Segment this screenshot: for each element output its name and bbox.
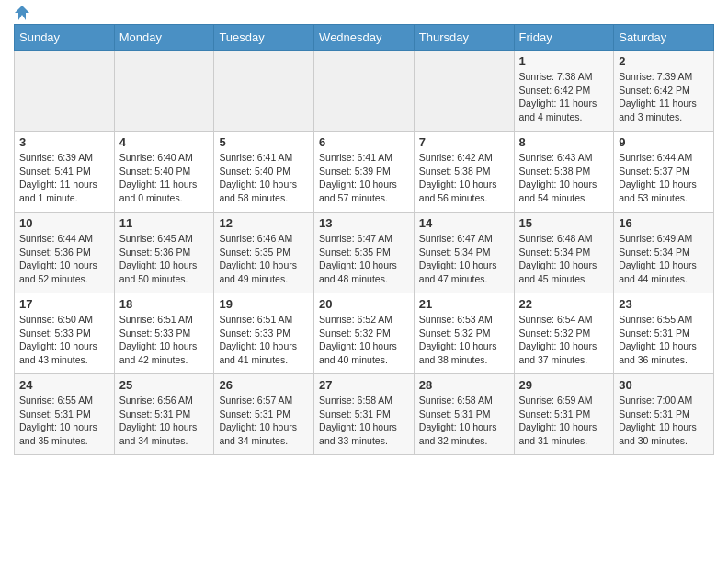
calendar-table: SundayMondayTuesdayWednesdayThursdayFrid…: [14, 24, 714, 455]
calendar-cell: 3Sunrise: 6:39 AM Sunset: 5:41 PM Daylig…: [15, 132, 115, 213]
logo-bird-icon: [15, 6, 29, 20]
day-number: 12: [219, 216, 309, 230]
day-info: Sunrise: 6:41 AM Sunset: 5:40 PM Dayligh…: [219, 151, 309, 205]
weekday-header-saturday: Saturday: [614, 25, 714, 51]
calendar-cell: 18Sunrise: 6:51 AM Sunset: 5:33 PM Dayli…: [114, 293, 214, 374]
week-row-5: 24Sunrise: 6:55 AM Sunset: 5:31 PM Dayli…: [15, 374, 714, 455]
day-info: Sunrise: 6:47 AM Sunset: 5:34 PM Dayligh…: [419, 232, 509, 286]
calendar-cell: 1Sunrise: 7:38 AM Sunset: 6:42 PM Daylig…: [514, 51, 614, 132]
calendar-cell: 29Sunrise: 6:59 AM Sunset: 5:31 PM Dayli…: [514, 374, 614, 455]
weekday-header-sunday: Sunday: [15, 25, 115, 51]
day-number: 16: [619, 216, 709, 230]
calendar-cell: 12Sunrise: 6:46 AM Sunset: 5:35 PM Dayli…: [214, 213, 314, 293]
week-row-1: 1Sunrise: 7:38 AM Sunset: 6:42 PM Daylig…: [15, 51, 714, 132]
weekday-header-friday: Friday: [514, 25, 614, 51]
day-number: 22: [519, 297, 609, 311]
calendar-cell: 20Sunrise: 6:52 AM Sunset: 5:32 PM Dayli…: [314, 293, 415, 374]
logo: [14, 13, 29, 18]
weekday-header-row: SundayMondayTuesdayWednesdayThursdayFrid…: [15, 25, 714, 51]
day-number: 1: [519, 54, 609, 68]
weekday-header-tuesday: Tuesday: [214, 25, 314, 51]
day-number: 19: [219, 297, 309, 311]
weekday-header-wednesday: Wednesday: [314, 25, 415, 51]
day-info: Sunrise: 6:46 AM Sunset: 5:35 PM Dayligh…: [219, 232, 309, 286]
day-info: Sunrise: 6:40 AM Sunset: 5:40 PM Dayligh…: [119, 151, 210, 205]
day-info: Sunrise: 6:59 AM Sunset: 5:31 PM Dayligh…: [519, 394, 609, 448]
calendar-cell: [114, 51, 214, 132]
day-number: 14: [419, 216, 509, 230]
calendar-cell: 25Sunrise: 6:56 AM Sunset: 5:31 PM Dayli…: [114, 374, 214, 455]
svg-marker-0: [15, 6, 29, 20]
day-number: 13: [319, 216, 409, 230]
day-number: 20: [319, 297, 409, 311]
day-info: Sunrise: 6:43 AM Sunset: 5:38 PM Dayligh…: [519, 151, 609, 205]
calendar-cell: 5Sunrise: 6:41 AM Sunset: 5:40 PM Daylig…: [214, 132, 314, 213]
day-info: Sunrise: 7:38 AM Sunset: 6:42 PM Dayligh…: [519, 70, 609, 124]
calendar-cell: 7Sunrise: 6:42 AM Sunset: 5:38 PM Daylig…: [414, 132, 514, 213]
day-number: 25: [119, 378, 210, 392]
calendar-cell: 9Sunrise: 6:44 AM Sunset: 5:37 PM Daylig…: [614, 132, 714, 213]
day-number: 9: [619, 135, 709, 149]
day-info: Sunrise: 6:44 AM Sunset: 5:36 PM Dayligh…: [19, 232, 109, 286]
day-number: 7: [419, 135, 509, 149]
day-number: 2: [619, 54, 709, 68]
calendar-cell: [214, 51, 314, 132]
day-info: Sunrise: 6:55 AM Sunset: 5:31 PM Dayligh…: [19, 394, 109, 448]
calendar-cell: 6Sunrise: 6:41 AM Sunset: 5:39 PM Daylig…: [314, 132, 415, 213]
header: [14, 9, 714, 18]
calendar-cell: [15, 51, 115, 132]
calendar-cell: 11Sunrise: 6:45 AM Sunset: 5:36 PM Dayli…: [114, 213, 214, 293]
day-number: 27: [319, 378, 409, 392]
day-info: Sunrise: 6:47 AM Sunset: 5:35 PM Dayligh…: [319, 232, 409, 286]
day-number: 18: [119, 297, 210, 311]
day-info: Sunrise: 6:39 AM Sunset: 5:41 PM Dayligh…: [19, 151, 109, 205]
calendar-cell: 16Sunrise: 6:49 AM Sunset: 5:34 PM Dayli…: [614, 213, 714, 293]
day-info: Sunrise: 6:57 AM Sunset: 5:31 PM Dayligh…: [219, 394, 309, 448]
day-info: Sunrise: 6:51 AM Sunset: 5:33 PM Dayligh…: [219, 313, 309, 367]
day-info: Sunrise: 6:49 AM Sunset: 5:34 PM Dayligh…: [619, 232, 709, 286]
day-info: Sunrise: 6:50 AM Sunset: 5:33 PM Dayligh…: [19, 313, 109, 367]
day-info: Sunrise: 6:54 AM Sunset: 5:32 PM Dayligh…: [519, 313, 609, 367]
day-info: Sunrise: 6:48 AM Sunset: 5:34 PM Dayligh…: [519, 232, 609, 286]
weekday-header-monday: Monday: [114, 25, 214, 51]
day-number: 4: [119, 135, 210, 149]
day-number: 24: [19, 378, 109, 392]
calendar-cell: 15Sunrise: 6:48 AM Sunset: 5:34 PM Dayli…: [514, 213, 614, 293]
calendar-cell: 17Sunrise: 6:50 AM Sunset: 5:33 PM Dayli…: [15, 293, 115, 374]
calendar-cell: 8Sunrise: 6:43 AM Sunset: 5:38 PM Daylig…: [514, 132, 614, 213]
day-number: 23: [619, 297, 709, 311]
day-number: 29: [519, 378, 609, 392]
day-number: 6: [319, 135, 409, 149]
weekday-header-thursday: Thursday: [414, 25, 514, 51]
day-number: 17: [19, 297, 109, 311]
day-info: Sunrise: 6:44 AM Sunset: 5:37 PM Dayligh…: [619, 151, 709, 205]
day-info: Sunrise: 6:53 AM Sunset: 5:32 PM Dayligh…: [419, 313, 509, 367]
calendar-cell: 22Sunrise: 6:54 AM Sunset: 5:32 PM Dayli…: [514, 293, 614, 374]
week-row-2: 3Sunrise: 6:39 AM Sunset: 5:41 PM Daylig…: [15, 132, 714, 213]
day-info: Sunrise: 7:39 AM Sunset: 6:42 PM Dayligh…: [619, 70, 709, 124]
calendar-cell: 27Sunrise: 6:58 AM Sunset: 5:31 PM Dayli…: [314, 374, 415, 455]
calendar-cell: 14Sunrise: 6:47 AM Sunset: 5:34 PM Dayli…: [414, 213, 514, 293]
calendar-cell: 28Sunrise: 6:58 AM Sunset: 5:31 PM Dayli…: [414, 374, 514, 455]
day-number: 28: [419, 378, 509, 392]
calendar-cell: 30Sunrise: 7:00 AM Sunset: 5:31 PM Dayli…: [614, 374, 714, 455]
calendar-cell: 21Sunrise: 6:53 AM Sunset: 5:32 PM Dayli…: [414, 293, 514, 374]
day-number: 30: [619, 378, 709, 392]
week-row-3: 10Sunrise: 6:44 AM Sunset: 5:36 PM Dayli…: [15, 213, 714, 293]
day-info: Sunrise: 6:55 AM Sunset: 5:31 PM Dayligh…: [619, 313, 709, 367]
calendar-cell: [314, 51, 415, 132]
calendar-cell: 23Sunrise: 6:55 AM Sunset: 5:31 PM Dayli…: [614, 293, 714, 374]
day-info: Sunrise: 6:51 AM Sunset: 5:33 PM Dayligh…: [119, 313, 210, 367]
day-info: Sunrise: 6:52 AM Sunset: 5:32 PM Dayligh…: [319, 313, 409, 367]
calendar-cell: 19Sunrise: 6:51 AM Sunset: 5:33 PM Dayli…: [214, 293, 314, 374]
calendar-cell: 10Sunrise: 6:44 AM Sunset: 5:36 PM Dayli…: [15, 213, 115, 293]
calendar-cell: [414, 51, 514, 132]
day-number: 21: [419, 297, 509, 311]
calendar-cell: 26Sunrise: 6:57 AM Sunset: 5:31 PM Dayli…: [214, 374, 314, 455]
day-info: Sunrise: 6:58 AM Sunset: 5:31 PM Dayligh…: [319, 394, 409, 448]
calendar-cell: 4Sunrise: 6:40 AM Sunset: 5:40 PM Daylig…: [114, 132, 214, 213]
day-number: 26: [219, 378, 309, 392]
calendar-cell: 2Sunrise: 7:39 AM Sunset: 6:42 PM Daylig…: [614, 51, 714, 132]
day-number: 11: [119, 216, 210, 230]
day-info: Sunrise: 7:00 AM Sunset: 5:31 PM Dayligh…: [619, 394, 709, 448]
